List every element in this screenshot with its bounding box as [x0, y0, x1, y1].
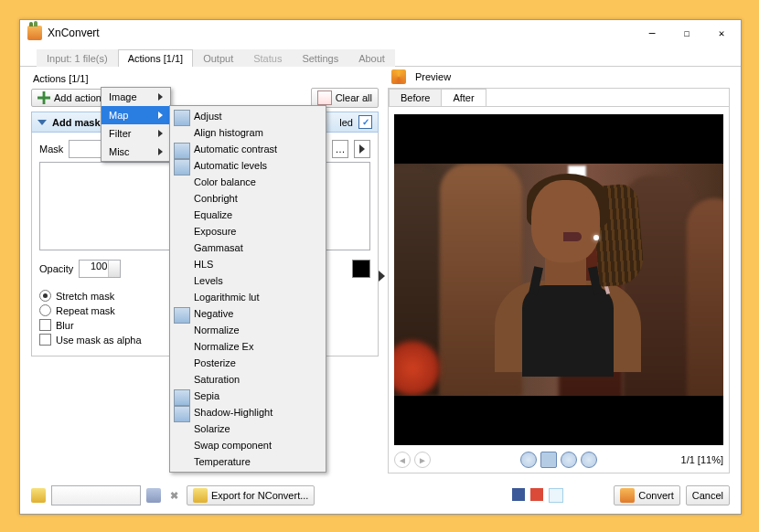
preview-footer: ◄ ► 1/1 [11%] [394, 451, 723, 469]
map-item-exposure[interactable]: Exposure [170, 223, 326, 239]
preview-title: Preview [415, 71, 451, 82]
chevron-right-icon [158, 148, 163, 155]
checkbox-icon [39, 319, 51, 331]
twitter-icon[interactable] [549, 488, 563, 503]
zoom-controls [520, 452, 597, 468]
refresh-preview-icon[interactable] [391, 69, 406, 84]
tab-input[interactable]: Input: 1 file(s) [37, 49, 118, 67]
action-category-menu: Image Map Filter Misc [101, 87, 171, 162]
map-item-hls[interactable]: HLS [170, 256, 326, 272]
map-item-color-balance[interactable]: Color balance [170, 174, 326, 190]
menu-image[interactable]: Image [102, 88, 170, 106]
tab-about[interactable]: About [348, 49, 395, 67]
tab-after[interactable]: After [441, 89, 486, 106]
delete-preset-icon[interactable]: ✖ [166, 488, 181, 503]
footer-bar: ✖ Export for NConvert... Convert Cancel [31, 484, 730, 506]
app-icon [27, 26, 42, 40]
zoom-actual-icon[interactable] [581, 452, 597, 468]
tab-actions[interactable]: Actions [1/1] [118, 49, 194, 67]
export-icon [193, 488, 208, 503]
map-item-saturation[interactable]: Saturation [170, 371, 326, 388]
separator-arrow-icon [379, 271, 385, 282]
action-item-name: Add mask [52, 117, 101, 128]
menu-filter[interactable]: Filter [102, 124, 170, 143]
play-button[interactable] [354, 140, 370, 158]
preset-select[interactable] [51, 485, 141, 505]
window-controls: ─ ☐ ✕ [640, 24, 733, 42]
next-image-button[interactable]: ► [414, 452, 431, 468]
map-item-swap-component[interactable]: Swap component [170, 437, 326, 453]
chevron-right-icon [158, 93, 163, 101]
radio-icon [39, 290, 51, 302]
preview-tabs: Before After [389, 89, 729, 107]
close-button[interactable]: ✕ [710, 24, 733, 42]
zoom-in-icon[interactable] [520, 452, 537, 468]
facebook-icon[interactable] [512, 488, 525, 501]
enabled-label: led [339, 117, 353, 128]
plus-icon [37, 91, 50, 104]
map-item-automatic-contrast[interactable]: Automatic contrast [170, 141, 326, 157]
tab-output[interactable]: Output [193, 49, 243, 67]
clear-all-label: Clear all [336, 92, 372, 103]
opacity-label: Opacity [39, 263, 73, 274]
radio-icon [39, 304, 51, 316]
chevron-right-icon [158, 112, 163, 119]
preview-image [394, 114, 723, 445]
preview-panel: Preview Before After [388, 68, 730, 473]
export-nconvert-button[interactable]: Export for NConvert... [187, 485, 315, 505]
map-item-adjust[interactable]: Adjust [170, 108, 326, 124]
googleplus-icon[interactable] [530, 488, 543, 501]
map-submenu: AdjustAlign histogramAutomatic contrastA… [169, 105, 326, 473]
map-item-logarithmic-lut[interactable]: Logarithmic lut [170, 289, 326, 305]
map-item-posterize[interactable]: Posterize [170, 355, 326, 371]
titlebar: XnConvert ─ ☐ ✕ [20, 20, 741, 46]
tab-before[interactable]: Before [389, 89, 442, 106]
collapse-icon [37, 120, 47, 125]
map-item-temperature[interactable]: Temperature [170, 453, 326, 470]
enabled-checkbox[interactable]: ✓ [358, 115, 372, 129]
zoom-fit-icon[interactable] [540, 452, 557, 468]
social-links [512, 488, 563, 503]
opacity-spinner[interactable]: 100 [79, 260, 121, 278]
browse-button[interactable]: … [332, 140, 348, 158]
open-folder-icon[interactable] [31, 488, 46, 503]
chevron-right-icon [158, 130, 163, 137]
map-item-levels[interactable]: Levels [170, 272, 326, 289]
cancel-button[interactable]: Cancel [686, 485, 730, 505]
play-icon [359, 144, 365, 154]
map-item-equalize[interactable]: Equalize [170, 207, 326, 223]
menu-misc[interactable]: Misc [102, 143, 170, 161]
menu-map[interactable]: Map [102, 106, 170, 124]
prev-image-button[interactable]: ◄ [394, 452, 411, 468]
maximize-button[interactable]: ☐ [675, 24, 699, 42]
map-item-normalize-ex[interactable]: Normalize Ex [170, 338, 326, 355]
map-item-conbright[interactable]: Conbright [170, 190, 326, 207]
checkbox-icon [39, 334, 51, 346]
color-swatch[interactable] [352, 260, 370, 278]
tab-status[interactable]: Status [243, 49, 292, 67]
window-title: XnConvert [48, 27, 100, 39]
convert-icon [620, 488, 635, 503]
zoom-out-icon[interactable] [561, 452, 577, 468]
minimize-button[interactable]: ─ [640, 24, 664, 42]
convert-button[interactable]: Convert [614, 485, 680, 505]
map-item-negative[interactable]: Negative [170, 305, 326, 322]
page-info: 1/1 [11%] [681, 454, 723, 465]
map-item-gammasat[interactable]: Gammasat [170, 239, 326, 256]
map-item-shadow-highlight[interactable]: Shadow-Highlight [170, 404, 326, 420]
map-item-normalize[interactable]: Normalize [170, 322, 326, 338]
add-action-label: Add action> [54, 92, 107, 103]
photo-content [394, 164, 723, 395]
preview-box: Before After [388, 88, 730, 473]
map-item-solarize[interactable]: Solarize [170, 420, 326, 437]
map-item-align-histogram[interactable]: Align histogram [170, 124, 326, 141]
tab-settings[interactable]: Settings [292, 49, 348, 67]
map-item-automatic-levels[interactable]: Automatic levels [170, 157, 326, 174]
save-preset-icon[interactable] [146, 488, 161, 503]
main-tabs: Input: 1 file(s) Actions [1/1] Output St… [20, 46, 741, 67]
actions-header: Actions [1/1] [33, 73, 379, 84]
clear-icon [317, 90, 332, 105]
mask-label: Mask [39, 144, 63, 154]
map-item-sepia[interactable]: Sepia [170, 388, 326, 404]
